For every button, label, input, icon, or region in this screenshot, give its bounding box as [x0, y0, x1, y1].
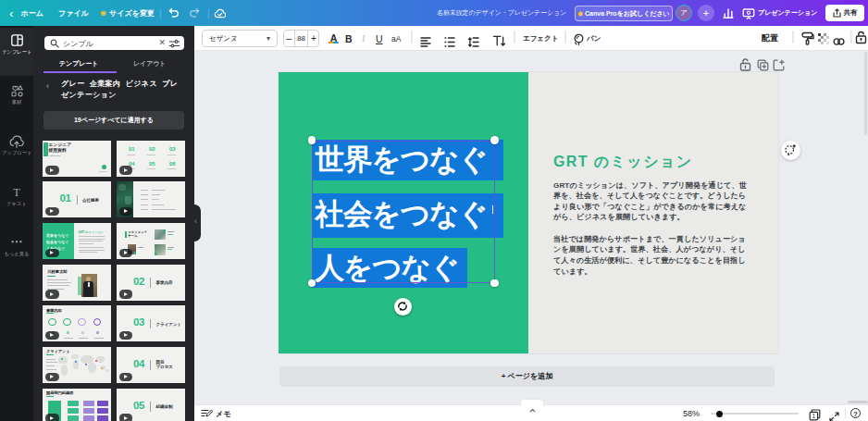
svg-text:1: 1 — [812, 413, 816, 419]
